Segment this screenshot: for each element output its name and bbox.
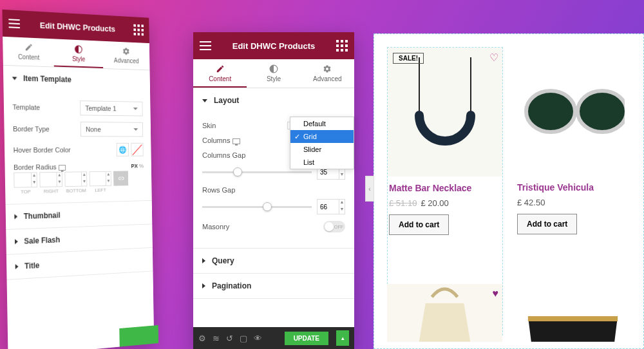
navigator-icon[interactable]: ≋ (213, 334, 220, 343)
chevron-right-icon (15, 239, 18, 244)
menu-icon[interactable] (200, 41, 211, 50)
svg-point-2 (526, 91, 575, 132)
border-radius-label: Border Radius (14, 163, 57, 171)
chevron-right-icon (15, 264, 19, 269)
columns-label: Columns (202, 137, 230, 144)
panel-footer: ⚙ ≋ ↺ ▢ 👁 UPDATE ▴ (193, 327, 354, 349)
tab-content[interactable]: Content (3, 37, 54, 67)
skin-option-slider[interactable]: Slider (290, 143, 354, 156)
tab-style[interactable]: Style (247, 59, 300, 88)
hover-border-label: Hover Border Color (14, 146, 71, 154)
chevron-down-icon (12, 77, 17, 80)
device-icon[interactable] (232, 138, 240, 144)
product-price: £ 51.10£ 20.00 (389, 198, 501, 208)
tab-style[interactable]: Style (53, 39, 103, 68)
update-options-button[interactable]: ▴ (336, 330, 349, 346)
section-pagination[interactable]: Pagination (193, 274, 354, 298)
rows-gap-label: Rows Gap (202, 186, 345, 194)
skin-label: Skin (202, 122, 216, 129)
chevron-down-icon (133, 128, 138, 131)
chevron-right-icon (14, 214, 17, 219)
responsive-icon[interactable]: ▢ (240, 334, 247, 343)
product-image: SALE! ♡ (388, 48, 502, 176)
collapse-handle[interactable]: ‹ (365, 176, 374, 202)
update-button[interactable]: UPDATE (285, 332, 328, 345)
chevron-right-icon (202, 258, 205, 263)
border-type-select[interactable]: None (80, 122, 144, 137)
radius-bottom[interactable]: ▲▼ (64, 171, 87, 187)
settings-icon[interactable]: ⚙ (198, 334, 206, 343)
global-color-button[interactable]: 🌐 (117, 143, 129, 156)
necklace-image (393, 57, 497, 167)
gear-icon (122, 47, 130, 56)
product-name[interactable]: Tristique Vehicula (517, 182, 629, 193)
svg-rect-4 (573, 107, 580, 112)
history-icon[interactable]: ↺ (226, 334, 233, 343)
device-icon[interactable] (59, 165, 66, 171)
unit-switch[interactable]: PX % (131, 163, 144, 169)
product-price: £ 42.50 (517, 198, 629, 207)
apps-icon[interactable] (336, 40, 348, 52)
product-name[interactable]: Matte Bar Necklace (389, 183, 501, 193)
tab-advanced[interactable]: Advanced (102, 41, 149, 70)
pencil-icon (24, 42, 33, 52)
sale-badge: SALE! (393, 53, 424, 64)
product-card[interactable] (515, 284, 630, 342)
chevron-down-icon (133, 108, 138, 110)
apps-icon[interactable] (133, 24, 144, 36)
preview-icon[interactable]: 👁 (254, 334, 262, 343)
skin-option-grid[interactable]: Grid (290, 130, 354, 143)
bag-image (387, 284, 502, 342)
chevron-right-icon (202, 283, 205, 288)
preview-canvas: ‹ SALE! ♡ Matte Bar Necklace £ 51.10£ 20… (374, 33, 644, 349)
section-layout: Layout Skin Default Grid Slider List Col… (193, 88, 354, 249)
gear-icon (323, 64, 332, 73)
radius-left[interactable]: ▲▼ (90, 171, 111, 187)
panel-title: Edit DHWC Products (40, 20, 115, 33)
template-select[interactable]: Template 1 (80, 100, 143, 116)
update-strip (119, 325, 158, 347)
add-to-cart-button[interactable]: Add to cart (517, 214, 577, 234)
columns-gap-slider[interactable] (202, 171, 312, 173)
add-to-cart-button[interactable]: Add to cart (389, 214, 449, 235)
editor-panel-content: Edit DHWC Products Content Style Advance… (193, 32, 354, 349)
panel-header: Edit DHWC Products (193, 32, 354, 59)
skin-dropdown: Default Grid Slider List (290, 117, 354, 169)
link-values-button[interactable] (113, 171, 128, 185)
wishlist-icon[interactable]: ♡ (489, 52, 498, 64)
template-label: Template (12, 103, 40, 111)
tab-advanced[interactable]: Advanced (301, 59, 354, 88)
section-query[interactable]: Query (193, 249, 354, 273)
pencil-icon (216, 64, 225, 73)
wishlist-icon[interactable]: ♥ (493, 288, 499, 299)
product-card[interactable]: ♥ (387, 284, 502, 342)
pouch-image (515, 284, 630, 342)
rows-gap-slider[interactable] (202, 206, 312, 208)
tab-content[interactable]: Content (193, 59, 247, 88)
editor-panel-style: Edit DHWC Products Content Style Advance… (2, 10, 154, 349)
skin-option-list[interactable]: List (290, 156, 354, 169)
product-image (516, 47, 630, 176)
border-type-label: Border Type (13, 125, 50, 133)
color-picker[interactable] (131, 143, 143, 156)
radius-top[interactable]: ▲▼ (14, 172, 37, 187)
section-toggle[interactable]: Layout (193, 88, 354, 113)
masonry-toggle[interactable]: OFF (323, 221, 345, 232)
sunglasses-image (522, 82, 625, 140)
menu-icon[interactable] (8, 19, 20, 28)
contrast-icon (269, 64, 278, 73)
rows-gap-input[interactable]: ▲▼ (317, 199, 345, 214)
section-toggle[interactable]: Item Template (3, 66, 150, 93)
tabs: Content Style Advanced (3, 37, 149, 71)
skin-option-default[interactable]: Default (290, 117, 354, 130)
radius-right[interactable]: ▲▼ (39, 172, 62, 187)
link-icon (117, 174, 124, 182)
masonry-label: Masonry (202, 223, 229, 231)
panel-title: Edit DHWC Products (232, 41, 316, 51)
chevron-down-icon (202, 99, 207, 102)
section-item-template: Item Template Template Template 1 Border… (3, 66, 152, 205)
svg-point-3 (578, 91, 625, 132)
contrast-icon (74, 45, 82, 54)
tabs: Content Style Advanced (193, 59, 354, 88)
